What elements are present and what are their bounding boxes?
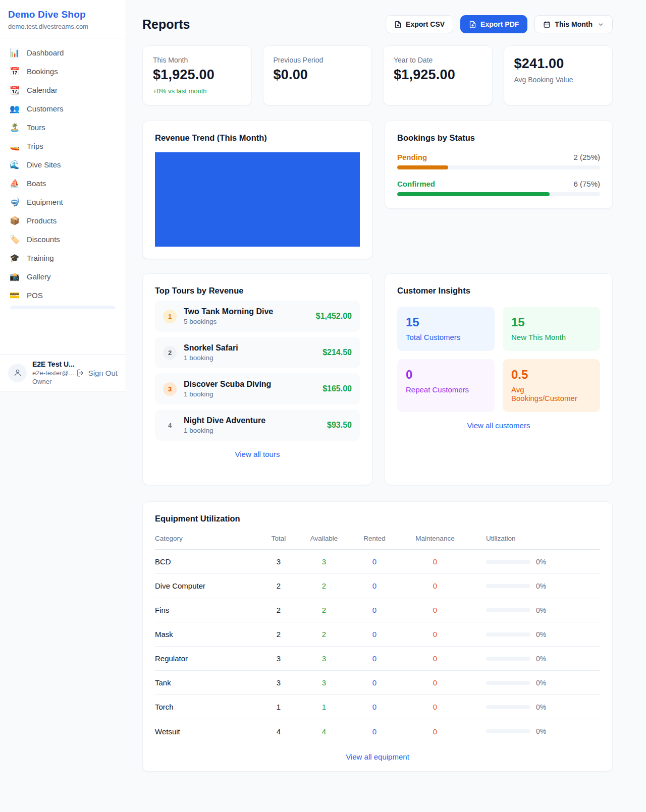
equipment-utilization-cell: 0% xyxy=(468,727,600,735)
table-row: Wetsuit 4 4 0 0 0% xyxy=(155,719,600,743)
equipment-available: 3 xyxy=(301,557,347,566)
equipment-total: 3 xyxy=(256,654,301,663)
sidebar-item-gallery[interactable]: 📸 Gallery xyxy=(4,267,122,286)
view-all-tours-link[interactable]: View all tours xyxy=(155,450,360,458)
utilization-percent: 0% xyxy=(536,703,546,711)
calendar-icon: 📆 xyxy=(9,86,20,94)
shop-header: Demo Dive Shop demo.test.divestreams.com xyxy=(0,0,126,38)
rank-badge: 3 xyxy=(163,382,177,396)
table-header: Category Total Available Rented Maintena… xyxy=(155,535,600,550)
sidebar-item-customers[interactable]: 👥 Customers xyxy=(4,99,122,118)
equipment-category: Torch xyxy=(155,703,256,711)
equipment-maintenance: 0 xyxy=(402,654,468,663)
export-csv-button[interactable]: Export CSV xyxy=(386,15,453,33)
sidebar-item-dive-sites[interactable]: 🌊 Dive Sites xyxy=(4,155,122,174)
person-icon xyxy=(13,368,22,377)
equipment-rented: 0 xyxy=(347,703,402,711)
equipment-total: 2 xyxy=(256,606,301,614)
utilization-percent: 0% xyxy=(536,679,546,687)
sidebar-item-label: Boats xyxy=(27,179,46,188)
equipment-category: Regulator xyxy=(155,654,256,663)
export-pdf-button[interactable]: Export PDF xyxy=(460,15,527,33)
sidebar-item-boats[interactable]: ⛵ Boats xyxy=(4,174,122,193)
user-name: E2E Test U... xyxy=(32,360,71,368)
wave-icon: 🌊 xyxy=(9,161,20,169)
sidebar: Demo Dive Shop demo.test.divestreams.com… xyxy=(0,0,126,391)
tile-value: 15 xyxy=(511,315,591,329)
tile-label: Total Customers xyxy=(406,333,486,341)
stat-card-previous-period: Previous Period $0.00 xyxy=(263,45,372,105)
sidebar-item-label: Discounts xyxy=(27,235,60,244)
tile-label: New This Month xyxy=(511,333,591,341)
stat-label: Previous Period xyxy=(274,56,362,64)
rank-badge: 4 xyxy=(163,419,177,432)
table-row: Torch 1 1 0 0 0% xyxy=(155,695,600,719)
progress-fill-pending xyxy=(397,165,448,169)
equipment-utilization-card: Equipment Utilization Category Total Ava… xyxy=(142,501,613,772)
utilization-percent: 0% xyxy=(536,655,546,663)
equipment-rented: 0 xyxy=(347,654,402,663)
island-icon: 🏝️ xyxy=(9,124,20,132)
sidebar-item-training[interactable]: 🎓 Training xyxy=(4,249,122,267)
user-info: E2E Test U... e2e-tester@... Owner xyxy=(32,360,71,385)
view-all-equipment-link[interactable]: View all equipment xyxy=(155,752,600,761)
progress-track xyxy=(397,165,600,169)
logout-icon xyxy=(76,369,85,377)
sidebar-item-products[interactable]: 📦 Products xyxy=(4,211,122,230)
equipment-available: 4 xyxy=(301,727,347,736)
sidebar-item-dashboard[interactable]: 📊 Dashboard xyxy=(4,43,122,62)
sidebar-item-pos[interactable]: 💳 POS xyxy=(4,286,122,305)
tile-new-this-month: 15 New This Month xyxy=(503,307,600,351)
shop-domain: demo.test.divestreams.com xyxy=(8,23,118,30)
equipment-available: 3 xyxy=(301,678,347,687)
utilization-bar xyxy=(486,729,530,733)
equipment-rented: 0 xyxy=(347,727,402,736)
tour-name: Snorkel Safari xyxy=(184,343,315,353)
column-header-available: Available xyxy=(301,535,347,542)
credit-card-icon: 💳 xyxy=(9,292,20,300)
stat-label: Avg Booking Value xyxy=(514,76,603,84)
sidebar-item-discounts[interactable]: 🏷️ Discounts xyxy=(4,230,122,249)
user-role: Owner xyxy=(32,378,71,385)
sidebar-item-tours[interactable]: 🏝️ Tours xyxy=(4,118,122,137)
utilization-percent: 0% xyxy=(536,558,546,566)
page-title: Reports xyxy=(142,17,190,32)
list-item: 1 Two Tank Morning Dive 5 bookings $1,45… xyxy=(155,301,360,332)
sign-out-button[interactable]: Sign Out xyxy=(76,369,118,377)
equipment-total: 3 xyxy=(256,678,301,687)
utilization-bar xyxy=(486,705,530,709)
sidebar-item-equipment[interactable]: 🤿 Equipment xyxy=(4,193,122,211)
sailboat-icon: ⛵ xyxy=(9,180,20,188)
stat-card-avg-booking-value: $241.00 Avg Booking Value xyxy=(504,45,613,105)
utilization-percent: 0% xyxy=(536,582,546,590)
equipment-available: 2 xyxy=(301,606,347,614)
equipment-total: 4 xyxy=(256,727,301,736)
equipment-maintenance: 0 xyxy=(402,606,468,614)
view-all-customers-link[interactable]: View all customers xyxy=(397,421,600,430)
sidebar-item-label: Calendar xyxy=(27,86,58,94)
status-count-confirmed: 6 (75%) xyxy=(573,180,600,188)
sidebar-item-bookings[interactable]: 📅 Bookings xyxy=(4,62,122,81)
equipment-utilization-cell: 0% xyxy=(468,703,600,711)
camera-icon: 📸 xyxy=(9,273,20,281)
bookings-by-status-title: Bookings by Status xyxy=(397,133,600,143)
list-item: 2 Snorkel Safari 1 booking $214.50 xyxy=(155,337,360,368)
sidebar-item-calendar[interactable]: 📆 Calendar xyxy=(4,81,122,99)
speedboat-icon: 🚤 xyxy=(9,142,20,150)
customer-insights-title: Customer Insights xyxy=(397,286,600,296)
sidebar-item-label: Trips xyxy=(27,142,43,150)
utilization-bar xyxy=(486,681,530,685)
equipment-rented: 0 xyxy=(347,630,402,639)
equipment-utilization-cell: 0% xyxy=(468,558,600,566)
tour-name: Discover Scuba Diving xyxy=(184,380,315,389)
table-row: BCD 3 3 0 0 0% xyxy=(155,550,600,574)
status-row-confirmed: Confirmed 6 (75%) xyxy=(397,180,600,196)
sidebar-item-trips[interactable]: 🚤 Trips xyxy=(4,137,122,155)
table-row: Fins 2 2 0 0 0% xyxy=(155,598,600,622)
equipment-maintenance: 0 xyxy=(402,727,468,736)
stat-value: $241.00 xyxy=(514,56,603,72)
equipment-total: 3 xyxy=(256,557,301,566)
tile-label: Repeat Customers xyxy=(406,385,486,394)
equipment-maintenance: 0 xyxy=(402,678,468,687)
period-select-button[interactable]: This Month xyxy=(534,15,613,33)
